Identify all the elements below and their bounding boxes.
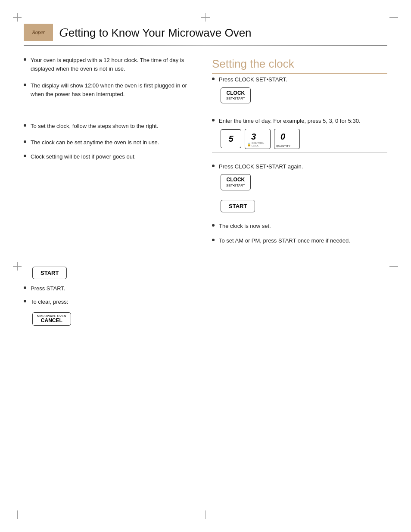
- bullet-dot: [212, 119, 215, 121]
- step3-button-group: CLOCK SET•START: [221, 174, 387, 190]
- list-item: To clear, press:: [24, 298, 199, 306]
- start-button-right[interactable]: START: [221, 200, 255, 212]
- crosshair-center-right: [389, 262, 398, 271]
- number-3-button[interactable]: 3 🔒 CONTROLLOCK: [245, 129, 271, 149]
- bullet-text: To clear, press:: [31, 298, 199, 306]
- crosshair-top-left: [13, 13, 22, 22]
- step-3: Press CLOCK SET•START again. CLOCK SET•S…: [212, 162, 387, 190]
- bullet-dot: [212, 78, 215, 80]
- page-title: G etting to Know Your Microwave Oven: [59, 25, 252, 40]
- bullet-dot: [24, 140, 26, 143]
- quantity-label: QUANTITY: [276, 145, 290, 147]
- step-description: Press CLOCK SET•START.: [219, 75, 387, 84]
- step-4: START: [212, 200, 387, 212]
- left-column: Your oven is equipped with a 12 hour clo…: [24, 50, 199, 508]
- bullet-dot: [24, 124, 26, 127]
- bullet-text: To set the clock, follow the steps shown…: [31, 122, 199, 131]
- bullet-text: The clock can be set anytime the oven is…: [31, 138, 199, 147]
- bullet-text: Press START.: [31, 284, 199, 293]
- number-label: 5: [228, 134, 233, 144]
- list-item: The display will show 12:00 when the ove…: [24, 81, 199, 98]
- bullet-dot: [24, 58, 26, 61]
- bullet-dot: [212, 239, 215, 241]
- start-button[interactable]: START: [32, 267, 67, 279]
- cancel-button-main: CANCEL: [37, 317, 66, 324]
- control-lock-icon: 🔒 CONTROLLOCK: [247, 142, 268, 147]
- list-item: To set AM or PM, press START once more i…: [212, 236, 387, 245]
- bullet-text: The display will show 12:00 when the ove…: [31, 81, 199, 98]
- title-rest: etting to Know Your Microwave Oven: [68, 26, 252, 40]
- step-2: Enter the time of day. For example, pres…: [212, 117, 387, 153]
- right-bullets: The clock is now set. To set AM or PM, p…: [212, 222, 387, 245]
- title-g: G: [59, 25, 68, 40]
- crosshair-center-top: [201, 13, 210, 22]
- list-item: Enter the time of day. For example, pres…: [212, 117, 387, 125]
- list-item: Your oven is equipped with a 12 hour clo…: [24, 56, 199, 73]
- bullet-dot: [24, 300, 26, 302]
- list-item: To set the clock, follow the steps shown…: [24, 122, 199, 131]
- crosshair-bottom-left: [13, 510, 22, 519]
- list-item: Press START.: [24, 284, 199, 293]
- bullet-dot: [24, 155, 26, 157]
- cancel-button-top: MIcROWAVE OVEN: [37, 314, 66, 317]
- bullet-text: To set AM or PM, press START once more i…: [219, 236, 387, 245]
- step1-button-group: CLOCK SET•START: [221, 87, 387, 104]
- step2-button-group: 5 3 🔒 CONTROLLOCK 0 QUANTITY: [221, 129, 387, 149]
- bullet-text: The clock is now set.: [219, 222, 387, 230]
- crosshair-top-right: [389, 13, 398, 22]
- left-bullets: Your oven is equipped with a 12 hour clo…: [24, 54, 199, 161]
- step-divider: [212, 152, 387, 153]
- number-label: 3: [251, 132, 256, 142]
- clock-set-start-button-2[interactable]: CLOCK SET•START: [221, 174, 251, 190]
- step-divider: [212, 107, 387, 107]
- number-0-button[interactable]: 0 QUANTITY: [274, 129, 300, 149]
- bullet-dot: [24, 84, 26, 86]
- clock-set-start-button-1[interactable]: CLOCK SET•START: [221, 87, 251, 104]
- bullet-dot: [212, 224, 215, 227]
- crosshair-center-left: [13, 262, 22, 271]
- bullet-text: Clock setting will be lost if power goes…: [31, 152, 199, 161]
- step4-button-group: START: [221, 200, 387, 212]
- header-divider: [24, 45, 387, 46]
- list-item: Clock setting will be lost if power goes…: [24, 152, 199, 161]
- page-header: Roper G etting to Know Your Microwave Ov…: [24, 24, 387, 41]
- list-item: The clock is now set.: [212, 222, 387, 230]
- logo: Roper: [24, 24, 53, 41]
- number-label: 0: [280, 132, 285, 142]
- bullet-dot: [24, 286, 26, 289]
- list-item: Press CLOCK SET•START.: [212, 75, 387, 84]
- logo-text: Roper: [32, 29, 44, 36]
- start-section: START Press START. To clear, press: MIcR…: [24, 267, 199, 326]
- number-5-button[interactable]: 5: [221, 129, 241, 148]
- right-column: Setting the clock Press CLOCK SET•START.…: [212, 50, 387, 508]
- bullet-dot: [212, 165, 215, 167]
- bullet-text: Your oven is equipped with a 12 hour clo…: [31, 56, 199, 73]
- step-description: Enter the time of day. For example, pres…: [219, 117, 387, 125]
- cancel-button[interactable]: MIcROWAVE OVEN CANCEL: [32, 312, 71, 326]
- crosshair-center-bottom: [201, 510, 210, 519]
- list-item: Press CLOCK SET•START again.: [212, 162, 387, 171]
- crosshair-bottom-right: [389, 510, 398, 519]
- content-area: Your oven is equipped with a 12 hour clo…: [24, 50, 387, 508]
- section-title: Setting the clock: [212, 57, 387, 74]
- list-item: The clock can be set anytime the oven is…: [24, 138, 199, 147]
- step-description: Press CLOCK SET•START again.: [219, 162, 387, 171]
- step-1: Press CLOCK SET•START. CLOCK SET•START: [212, 75, 387, 107]
